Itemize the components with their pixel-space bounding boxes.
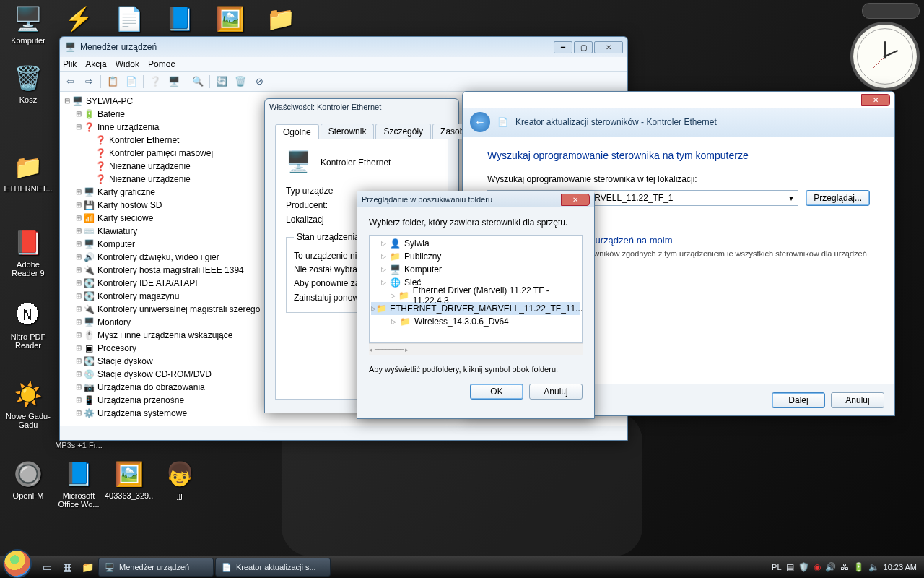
menubar[interactable]: PlikAkcjaWidokPomoc [60, 57, 627, 72]
expander-icon[interactable]: ▷ [371, 305, 376, 312]
clock-gadget[interactable] [850, 22, 920, 91]
ok-button[interactable]: OK [470, 384, 523, 400]
browse-for-folder-dialog[interactable]: Przeglądanie w poszukiwaniu folderu ✕ Wy… [357, 191, 595, 419]
network-icon[interactable]: 🖧 [840, 562, 849, 572]
media-gadget[interactable] [862, 3, 920, 19]
desktop-icon-Nowe Gadu-Gadu[interactable]: ☀️Nowe Gadu-Gadu [3, 379, 53, 429]
uninstall-icon[interactable]: 🗑️ [233, 74, 248, 89]
titlebar[interactable]: Właściwości: Kontroler Ethernet [265, 99, 458, 115]
cancel-button[interactable]: Anuluj [831, 392, 884, 408]
folder-item[interactable]: ▷📁Wireless_14.3.0.6_Dv64 [371, 315, 580, 328]
view-icon[interactable]: 🖥️ [167, 74, 181, 89]
properties-icon[interactable]: 📄 [124, 74, 139, 89]
browse-button[interactable]: Przeglądaj... [806, 190, 870, 206]
taskbar-task[interactable]: 🖥️Menedżer urządzeń [98, 558, 214, 577]
taskbar-task[interactable]: 📄Kreator aktualizacji s... [215, 558, 331, 577]
desktop-icon-Microsoft Office Wo...[interactable]: 📘Microsoft Office Wo... [53, 458, 104, 509]
desktop-icon-Kosz[interactable]: 🗑️Kosz [3, 62, 53, 104]
menu-widok[interactable]: Widok [116, 59, 139, 69]
desktop-icon-doc-word[interactable]: 📘 [154, 3, 205, 36]
clock[interactable]: 10:23 AM [884, 563, 917, 571]
desktop-icon-403363_329...[interactable]: 🖼️403363_329... [104, 458, 154, 500]
tray-icon[interactable]: 🔊 [825, 562, 836, 572]
show-desktop-icon[interactable]: ▭ [38, 558, 56, 577]
expander-icon[interactable]: ⊞ [74, 342, 83, 355]
expander-icon[interactable]: ⊞ [74, 368, 83, 381]
desktop-icon-photo[interactable]: 🖼️ [205, 3, 256, 36]
menu-plik[interactable]: Plik [63, 59, 77, 69]
scan-icon[interactable]: 🔍 [191, 74, 205, 89]
folder-item[interactable]: ▷📁Publiczny [371, 250, 580, 263]
switch-windows-icon[interactable]: ▦ [58, 558, 77, 577]
menu-pomoc[interactable]: Pomoc [148, 59, 175, 69]
volume-icon[interactable]: 🔈 [868, 562, 879, 572]
forward-icon[interactable]: ⇨ [82, 74, 96, 89]
desktop-icon-OpenFM[interactable]: 🔘OpenFM [3, 458, 53, 500]
tray-icon[interactable]: ◉ [814, 562, 821, 572]
taskbar[interactable]: ▭ ▦ 📁 🖥️Menedżer urządzeń📄Kreator aktual… [0, 556, 924, 578]
expander-icon[interactable]: ⊞ [74, 199, 83, 212]
expander-icon[interactable]: ▷ [381, 266, 390, 273]
expander-icon[interactable]: ⊟ [63, 95, 71, 108]
expander-icon[interactable]: ⊞ [74, 303, 83, 316]
expander-icon[interactable]: ⊞ [74, 264, 83, 277]
expander-icon[interactable]: ⊞ [74, 225, 83, 238]
expander-icon[interactable]: ⊞ [74, 238, 83, 251]
folder-item[interactable]: ▷👤Sylwia [371, 237, 580, 250]
toolbar[interactable]: ⇦ ⇨ 📋 📄 ❔ 🖥️ 🔍 🔄 🗑️ ⊘ [60, 72, 627, 92]
close-button[interactable]: ✕ [561, 194, 590, 206]
folder-item[interactable]: ▷📁ETHERNET_DRIVER_MARVELL_11.22_TF_11... [371, 302, 580, 315]
titlebar[interactable]: 🖥️ Menedżer urządzeń ━ ▢ ✕ [60, 37, 627, 57]
expander-icon[interactable]: ▷ [381, 253, 390, 260]
desktop-icon-ETHERNET...[interactable]: 📁ETHERNET... [3, 151, 53, 193]
system-tray[interactable]: PL ▤ 🛡️ ◉ 🔊 🖧 🔋 🔈 10:23 AM [772, 562, 924, 572]
tab-strip[interactable]: OgólneSterownikSzczegółyZasoby [275, 124, 448, 139]
start-button[interactable] [3, 549, 32, 578]
expander-icon[interactable]: ⊞ [74, 290, 83, 303]
desktop-icon-Komputer[interactable]: 🖥️Komputer [3, 3, 53, 45]
close-button[interactable]: ✕ [594, 41, 623, 53]
back-button[interactable]: ← [470, 112, 490, 132]
desktop-icon-Nitro PDF Reader[interactable]: 🅝Nitro PDF Reader [3, 299, 53, 350]
expander-icon[interactable]: ⊞ [74, 186, 83, 199]
menu-akcja[interactable]: Akcja [85, 59, 106, 69]
tray-icon[interactable]: ▤ [786, 562, 794, 572]
minimize-button[interactable]: ━ [554, 41, 572, 53]
desktop-icon-Adobe Reader 9[interactable]: 📕Adobe Reader 9 [3, 227, 53, 277]
tab-szczegóły[interactable]: Szczegóły [375, 124, 431, 139]
battery-icon[interactable]: 🔋 [853, 562, 864, 572]
expander-icon[interactable]: ▷ [381, 240, 390, 247]
expander-icon[interactable]: ⊞ [74, 277, 83, 290]
desktop-icon-doc1[interactable]: 📄 [104, 3, 154, 36]
next-button[interactable]: Dalej [772, 392, 825, 408]
folder-tree[interactable]: ▷👤Sylwia▷📁Publiczny▷🖥️Komputer▷🌐Sieć▷📁Et… [369, 235, 583, 343]
expander-icon[interactable]: ⊞ [74, 381, 83, 394]
expander-icon[interactable]: ▷ [381, 279, 390, 286]
cancel-button[interactable]: Anuluj [529, 384, 583, 400]
expander-icon[interactable]: ⊞ [74, 329, 83, 342]
tab-ogólne[interactable]: Ogólne [275, 124, 319, 139]
expander-icon[interactable]: ⊞ [74, 394, 83, 407]
expander-icon[interactable]: ⊞ [74, 407, 83, 420]
show-hidden-icon[interactable]: 📋 [105, 74, 120, 89]
expander-icon[interactable]: ⊞ [74, 316, 83, 329]
horizontal-scrollbar[interactable]: ◂ ━━━━━━━━ ▸ [369, 343, 583, 355]
desktop-icon-winamp[interactable]: ⚡ [53, 3, 104, 36]
expander-icon[interactable]: ▷ [391, 318, 400, 325]
desktop-icon-jjj[interactable]: 👦jjj [154, 458, 205, 500]
titlebar[interactable]: Przeglądanie w poszukiwaniu folderu ✕ [357, 191, 594, 207]
tray-icon[interactable]: 🛡️ [798, 562, 809, 572]
language-indicator[interactable]: PL [772, 563, 781, 571]
folder-item[interactable]: ▷🖥️Komputer [371, 263, 580, 276]
back-icon[interactable]: ⇦ [63, 74, 77, 89]
desktop-icon-folder-top[interactable]: 📁 [256, 3, 306, 36]
disable-icon[interactable]: ⊘ [252, 74, 266, 89]
tab-sterownik[interactable]: Sterownik [321, 124, 375, 139]
expander-icon[interactable]: ⊟ [74, 121, 83, 134]
help-icon[interactable]: ❔ [148, 74, 162, 89]
expander-icon[interactable]: ▷ [391, 292, 399, 299]
expander-icon[interactable]: ⊞ [74, 212, 83, 225]
folder-item[interactable]: ▷📁Ethernet Driver (Marvell) 11.22 TF - 1… [371, 289, 580, 302]
maximize-button[interactable]: ▢ [574, 41, 593, 53]
expander-icon[interactable]: ⊞ [74, 108, 83, 121]
